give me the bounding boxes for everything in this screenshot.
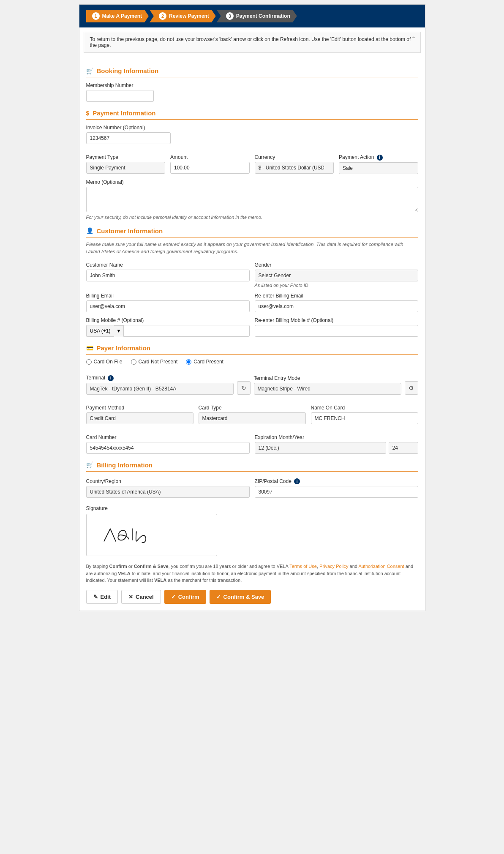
signature-group: Signature bbox=[86, 505, 418, 556]
billing-email-input[interactable] bbox=[86, 300, 250, 312]
radio-card-not-present-input[interactable] bbox=[131, 359, 136, 365]
card-number-label: Card Number bbox=[86, 434, 250, 440]
terminal-select[interactable]: MagTek - tDynamo (Gen II) - B52814A bbox=[86, 383, 234, 395]
terminal-entry-select[interactable]: Magnetic Stripe - Wired bbox=[254, 383, 401, 395]
card-type-select[interactable]: Mastercard bbox=[199, 412, 306, 424]
terminal-group: Terminal i MagTek - tDynamo (Gen II) - B… bbox=[86, 375, 234, 395]
country-label: Country/Region bbox=[86, 478, 250, 484]
customer-name-input[interactable] bbox=[86, 270, 250, 281]
booking-header-text: Booking Information bbox=[97, 67, 159, 74]
cancel-button[interactable]: ✕ Cancel bbox=[121, 590, 161, 604]
membership-number-group: Membership Number bbox=[86, 82, 418, 102]
gender-label: Gender bbox=[255, 262, 418, 268]
memo-textarea[interactable] bbox=[86, 187, 418, 212]
signature-label: Signature bbox=[86, 505, 418, 511]
mobile-re-label: Re-enter Billing Mobile # (Optional) bbox=[255, 317, 418, 323]
customer-section-header: 👤 Customer Information bbox=[86, 227, 418, 237]
phone-dropdown-btn[interactable]: ▼ bbox=[114, 325, 124, 336]
zip-info-icon[interactable]: i bbox=[294, 478, 300, 484]
exp-month-select[interactable]: 12 (Dec.) bbox=[255, 442, 386, 454]
payment-method-select[interactable]: Credit Card bbox=[86, 412, 193, 424]
terminal-row: Terminal i MagTek - tDynamo (Gen II) - B… bbox=[86, 370, 418, 395]
radio-card-on-file[interactable]: Card On File bbox=[86, 359, 123, 365]
signature-canvas[interactable] bbox=[86, 514, 217, 556]
billing-email-re-input[interactable] bbox=[255, 300, 418, 312]
billing-email-re-label: Re-enter Billing Email bbox=[255, 293, 418, 299]
billing-icon: 🛒 bbox=[86, 461, 93, 468]
gender-select[interactable]: Select Gender Male Female Other bbox=[255, 270, 418, 281]
name-on-card-input[interactable] bbox=[311, 412, 418, 424]
card-number-group: Card Number bbox=[86, 434, 250, 454]
payment-action-label: Payment Action i bbox=[339, 154, 418, 161]
mobile-re-input[interactable] bbox=[255, 325, 418, 337]
customer-header-text: Customer Information bbox=[97, 227, 163, 235]
currency-label: Currency bbox=[255, 154, 334, 160]
edit-icon: ✎ bbox=[93, 594, 98, 600]
currency-select[interactable]: $ - United States Dollar (USD) bbox=[255, 162, 334, 174]
amount-input[interactable] bbox=[170, 162, 250, 174]
card-type-label: Card Type bbox=[199, 405, 306, 411]
memo-label: Memo (Optional) bbox=[86, 179, 418, 185]
mobile-label: Billing Mobile # (Optional) bbox=[86, 317, 250, 323]
country-group: Country/Region United States of America … bbox=[86, 478, 250, 498]
zip-input[interactable] bbox=[255, 486, 418, 498]
billing-email-group: Billing Email bbox=[86, 293, 250, 312]
invoice-input[interactable] bbox=[86, 132, 171, 144]
confirm-check-icon: ✓ bbox=[171, 594, 176, 600]
terminal-refresh-button[interactable]: ↻ bbox=[237, 381, 251, 395]
confirm-label: Confirm bbox=[178, 594, 199, 600]
terms-link[interactable]: Terms of Use bbox=[289, 564, 317, 569]
country-select[interactable]: United States of America (USA) bbox=[86, 486, 250, 498]
phone-prefix: USA (+1) bbox=[86, 325, 114, 337]
payment-header-text: Payment Information bbox=[93, 109, 155, 117]
payment-action-group: Payment Action i Sale bbox=[339, 154, 418, 174]
payment-type-select[interactable]: Single Payment bbox=[86, 162, 166, 174]
radio-card-on-file-input[interactable] bbox=[86, 359, 92, 365]
radio-card-present[interactable]: Card Present bbox=[186, 359, 223, 365]
terminal-entry-group: Terminal Entry Mode Magnetic Stripe - Wi… bbox=[254, 375, 401, 395]
expiration-group: Expiration Month/Year 12 (Dec.) 24 bbox=[255, 434, 418, 454]
confirm-save-button[interactable]: ✓ Confirm & Save bbox=[210, 590, 271, 604]
collapse-icon[interactable]: ⌃ bbox=[411, 35, 416, 42]
privacy-link[interactable]: Privacy Policy bbox=[319, 564, 348, 569]
confirm-button[interactable]: ✓ Confirm bbox=[164, 590, 206, 604]
customer-name-group: Customer Name bbox=[86, 262, 250, 288]
payment-section-header: $ Payment Information bbox=[86, 109, 418, 120]
radio-card-on-file-label: Card On File bbox=[94, 359, 123, 365]
name-on-card-group: Name On Card bbox=[311, 405, 418, 424]
radio-card-present-label: Card Present bbox=[193, 359, 223, 365]
mobile-input[interactable] bbox=[123, 325, 249, 337]
step-2[interactable]: 2 Review Payment bbox=[150, 10, 216, 22]
step-3-label: Payment Confirmation bbox=[236, 13, 290, 19]
amount-label: Amount bbox=[170, 154, 250, 160]
terminal-settings-button[interactable]: ⚙ bbox=[405, 381, 418, 395]
card-number-input[interactable] bbox=[86, 442, 250, 454]
invoice-label: Invoice Number (Optional) bbox=[86, 125, 418, 131]
card-type-group: Card Type Mastercard bbox=[199, 405, 306, 424]
radio-card-not-present[interactable]: Card Not Present bbox=[131, 359, 178, 365]
zip-group: ZIP/Postal Code i bbox=[255, 478, 418, 498]
terminal-entry-label: Terminal Entry Mode bbox=[254, 375, 401, 381]
step-1-num: 1 bbox=[92, 12, 100, 20]
step-3[interactable]: 3 Payment Confirmation bbox=[217, 10, 297, 22]
legal-text: By tapping Confirm or Confirm & Save, yo… bbox=[86, 563, 418, 584]
step-2-num: 2 bbox=[159, 12, 166, 20]
payer-radio-group: Card On File Card Not Present Card Prese… bbox=[86, 359, 418, 365]
main-content: 🛒 Booking Information Membership Number … bbox=[79, 57, 425, 611]
mobile-re-group: Re-enter Billing Mobile # (Optional) bbox=[255, 317, 418, 337]
radio-card-present-input[interactable] bbox=[186, 359, 191, 365]
payment-type-label: Payment Type bbox=[86, 154, 166, 160]
edit-button[interactable]: ✎ Edit bbox=[86, 590, 118, 604]
payment-action-info-icon[interactable]: i bbox=[377, 155, 383, 161]
auth-link[interactable]: Authorization Consent bbox=[358, 564, 404, 569]
notice-banner: To return to the previous page, do not u… bbox=[84, 32, 421, 53]
customer-compliance-note: Please make sure your full name is enter… bbox=[86, 241, 418, 256]
payment-icon: $ bbox=[86, 110, 90, 117]
membership-number-input[interactable] bbox=[86, 90, 154, 102]
exp-year-select[interactable]: 24 bbox=[389, 442, 418, 454]
notice-text: To return to the previous page, do not u… bbox=[90, 36, 411, 48]
terminal-info-icon[interactable]: i bbox=[108, 375, 114, 381]
step-1[interactable]: 1 Make A Payment bbox=[86, 10, 149, 22]
action-buttons: ✎ Edit ✕ Cancel ✓ Confirm ✓ Confirm & Sa… bbox=[86, 590, 418, 604]
payment-action-select[interactable]: Sale bbox=[339, 162, 418, 174]
